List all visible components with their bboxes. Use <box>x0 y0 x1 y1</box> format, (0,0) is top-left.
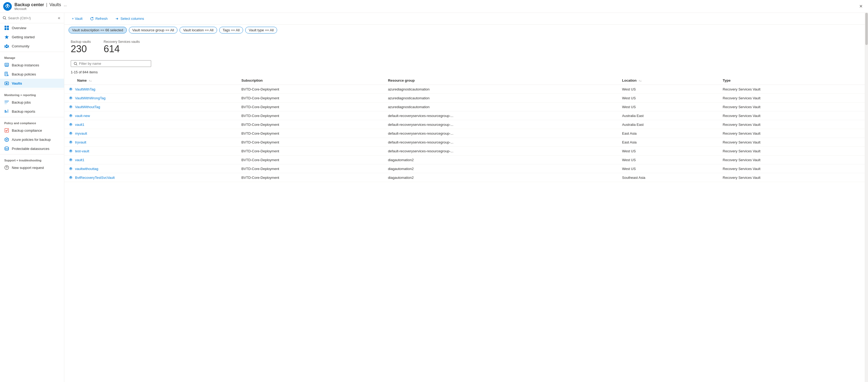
cell-subscription-1: BVTD-Core-Deployment <box>237 94 384 103</box>
col-header-resource-group[interactable]: Resource group <box>384 76 618 85</box>
cell-name-2[interactable]: VaultWithoutTag <box>64 103 237 111</box>
table-row: BvtRecoveryTestSvcVault BVTD-Core-Deploy… <box>64 173 865 182</box>
sidebar-item-overview[interactable]: Overview <box>0 23 64 32</box>
scrollbar-thumb[interactable] <box>865 13 868 45</box>
select-columns-button[interactable]: Select columns <box>112 15 147 22</box>
svg-point-29 <box>5 147 8 148</box>
col-header-name[interactable]: Name ↑↓ <box>64 76 237 85</box>
sidebar-item-getting-started[interactable]: Getting started <box>0 32 64 41</box>
cell-type-2: Recovery Services Vault <box>718 103 865 111</box>
sidebar-item-backup-reports[interactable]: Backup reports <box>0 107 64 116</box>
cell-type-7: Recovery Services Vault <box>718 147 865 155</box>
sidebar-item-azure-policies[interactable]: Azure policies for backup <box>0 135 64 144</box>
policy-section-title: Policy and compliance <box>0 118 64 126</box>
title-bar: Backup center | Vaults ... Microsoft ✕ <box>0 0 868 13</box>
name-sort-icon[interactable]: ↑↓ <box>89 79 92 82</box>
svg-rect-17 <box>5 74 7 74</box>
col-header-location[interactable]: Location ↑↓ <box>618 76 718 85</box>
svg-point-2 <box>3 16 6 19</box>
sidebar-item-new-support-request[interactable]: New support request <box>0 163 64 172</box>
svg-point-1 <box>7 4 8 6</box>
sidebar-item-backup-jobs[interactable]: Backup jobs <box>0 98 64 107</box>
svg-point-21 <box>6 83 7 84</box>
sidebar-item-label-backup-jobs: Backup jobs <box>12 100 31 104</box>
cell-location-7: West US <box>618 147 718 155</box>
sidebar-item-label-backup-instances: Backup instances <box>12 63 39 67</box>
cell-name-1[interactable]: VaultWithWrongTag <box>64 94 237 102</box>
svg-point-31 <box>6 168 7 169</box>
table-row: myvault BVTD-Core-Deployment default-rec… <box>64 129 865 138</box>
location-sort-icon[interactable]: ↑↓ <box>639 79 642 82</box>
table-row: vault1 BVTD-Core-Deployment default-reco… <box>64 120 865 129</box>
table-row: test-vault BVTD-Core-Deployment default-… <box>64 147 865 155</box>
cell-resource-group-7: default-recoveryservices-resourcegroup-.… <box>384 147 618 155</box>
filter-chip-subscription[interactable]: Vault subscription == 66 selected <box>69 27 127 33</box>
svg-point-40 <box>70 106 71 107</box>
add-vault-button[interactable]: + Vault <box>69 15 86 22</box>
search-box[interactable]: « <box>0 13 64 23</box>
row-vault-icon <box>69 87 73 91</box>
select-columns-label: Select columns <box>120 16 144 21</box>
filter-by-name-input[interactable] <box>79 62 148 66</box>
table-header-row: Name ↑↓ Subscription Resource group Loca… <box>64 76 865 85</box>
cell-location-0: West US <box>618 85 718 94</box>
cell-type-4: Recovery Services Vault <box>718 120 865 129</box>
search-input[interactable] <box>8 16 55 20</box>
refresh-button[interactable]: Refresh <box>87 15 111 22</box>
sidebar-item-backup-compliance[interactable]: Backup compliance <box>0 126 64 135</box>
close-button[interactable]: ✕ <box>857 3 865 10</box>
collapse-sidebar-button[interactable]: « <box>57 15 61 21</box>
sidebar-item-label-protectable-datasources: Protectable datasources <box>12 147 49 151</box>
scrollbar[interactable] <box>865 13 868 382</box>
filter-chip-tags[interactable]: Tags == All <box>219 27 243 33</box>
sidebar-item-community[interactable]: Community <box>0 41 64 50</box>
filter-chip-location[interactable]: Vault location == All <box>180 27 217 33</box>
cell-type-1: Recovery Services Vault <box>718 94 865 103</box>
col-header-type[interactable]: Type <box>718 76 865 85</box>
cell-name-6[interactable]: tryvault <box>64 138 237 146</box>
cell-name-7[interactable]: test-vault <box>64 147 237 155</box>
col-header-subscription[interactable]: Subscription <box>237 76 384 85</box>
svg-rect-6 <box>5 28 6 30</box>
cell-subscription-4: BVTD-Core-Deployment <box>237 120 384 129</box>
filter-chip-vault-type[interactable]: Vault type == All <box>245 27 277 33</box>
more-options-icon[interactable]: ... <box>64 3 67 7</box>
svg-point-44 <box>70 124 71 124</box>
backup-instances-icon <box>4 63 9 67</box>
stat-backup-vaults-label: Backup vaults <box>71 40 91 44</box>
cell-name-0[interactable]: VaultWithTag <box>64 85 237 94</box>
row-vault-icon <box>69 122 73 127</box>
svg-point-10 <box>8 45 9 47</box>
sidebar-item-backup-instances[interactable]: Backup instances <box>0 61 64 70</box>
table-row: VaultWithoutTag BVTD-Core-Deployment azu… <box>64 103 865 111</box>
filter-input-wrap[interactable] <box>71 60 151 67</box>
cell-subscription-9: BVTD-Core-Deployment <box>237 164 384 173</box>
cell-name-9[interactable]: vaultwithouttag <box>64 164 237 173</box>
svg-point-33 <box>74 62 76 65</box>
cell-location-10: Southeast Asia <box>618 173 718 182</box>
cell-subscription-7: BVTD-Core-Deployment <box>237 147 384 155</box>
cell-name-5[interactable]: myvault <box>64 129 237 138</box>
svg-rect-28 <box>5 129 8 132</box>
stat-backup-vaults: Backup vaults 230 <box>71 40 91 54</box>
cell-subscription-3: BVTD-Core-Deployment <box>237 111 384 120</box>
svg-rect-23 <box>5 102 8 103</box>
cell-subscription-2: BVTD-Core-Deployment <box>237 103 384 111</box>
select-columns-icon <box>115 17 119 21</box>
filter-chip-resource-group[interactable]: Vault resource group == All <box>129 27 178 33</box>
cell-name-4[interactable]: vault1 <box>64 120 237 129</box>
items-count: 1-15 of 844 items <box>64 69 865 76</box>
azure-policies-icon <box>4 137 9 142</box>
sidebar-item-backup-policies[interactable]: Backup policies <box>0 70 64 79</box>
cell-name-8[interactable]: vault1 <box>64 155 237 164</box>
cell-type-10: Recovery Services Vault <box>718 173 865 182</box>
sidebar-item-vaults[interactable]: Vaults <box>0 79 64 88</box>
svg-point-36 <box>70 88 71 89</box>
cell-resource-group-4: default-recoveryservices-resourcegroup-.… <box>384 120 618 129</box>
svg-point-46 <box>70 132 71 133</box>
sidebar-item-protectable-datasources[interactable]: Protectable datasources <box>0 144 64 153</box>
cell-name-3[interactable]: vault-new <box>64 111 237 120</box>
vaults-table: Name ↑↓ Subscription Resource group Loca… <box>64 76 865 182</box>
table-row: vault-new BVTD-Core-Deployment default-r… <box>64 111 865 120</box>
cell-name-10[interactable]: BvtRecoveryTestSvcVault <box>64 173 237 182</box>
